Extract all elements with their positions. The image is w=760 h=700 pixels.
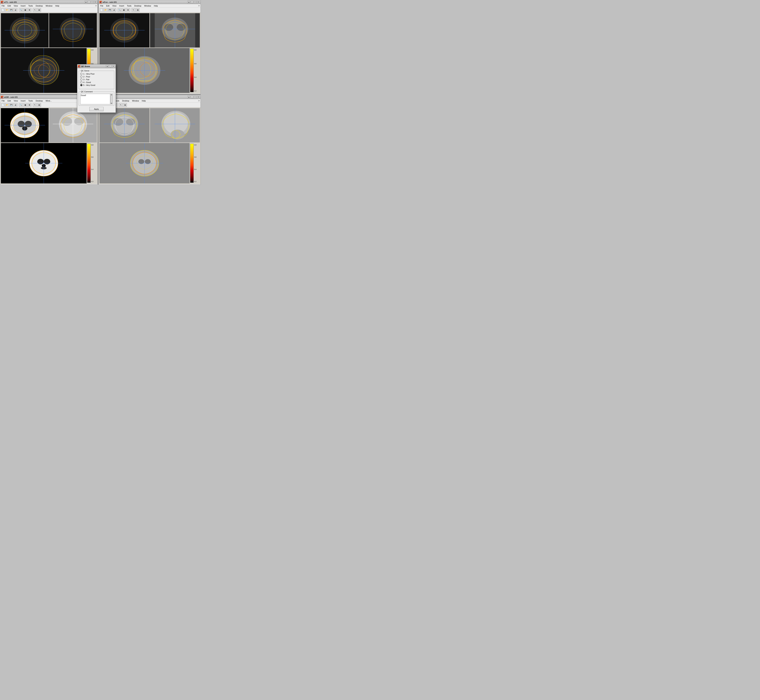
- menu-tools-wgm[interactable]: Tools: [28, 100, 34, 102]
- qc-label-2: 2 - Poor: [83, 76, 90, 78]
- qc-minimize-btn[interactable]: _: [109, 65, 112, 67]
- tb-open-wgm[interactable]: 📂: [5, 103, 9, 107]
- menu-insert-wfun[interactable]: Insert: [119, 5, 125, 7]
- qc-option-3[interactable]: 3 - Fair: [80, 78, 113, 81]
- menu-insert-wgm[interactable]: Insert: [20, 100, 26, 102]
- qc-comment-legend: QC Comment: [80, 91, 93, 93]
- tb-cursor-wfun[interactable]: ↖: [132, 8, 135, 12]
- window-up-btn-wfun[interactable]: ▲: [188, 1, 190, 3]
- tb-cursor-wgm[interactable]: ↖: [33, 103, 37, 107]
- tb-new-wfun[interactable]: 📄: [99, 8, 103, 12]
- qc-close-btn[interactable]: ✕: [112, 65, 115, 67]
- brain-svg-wfun-coronal: [150, 13, 200, 47]
- menu-desktop-wfun[interactable]: Desktop: [134, 5, 142, 7]
- qc-scroll-down[interactable]: ▼: [111, 103, 113, 104]
- menu-help-wt1[interactable]: Help: [55, 5, 60, 7]
- window-maximize-btn-wfun[interactable]: □: [194, 1, 197, 3]
- window-controls-mni[interactable]: ▲ _ □ ✕: [188, 96, 200, 98]
- tb-panel-wfun[interactable]: ▤: [136, 8, 139, 12]
- tb-grid2-wfun[interactable]: ⊞: [126, 8, 130, 12]
- menu-desktop-mni[interactable]: Desktop: [121, 100, 130, 102]
- matlab-logo-icon-qc: [78, 65, 80, 67]
- brain-panel-wt1-sagittal: [1, 48, 87, 93]
- menu-tools-wfun[interactable]: Tools: [126, 5, 132, 7]
- menu-edit-wt1[interactable]: Edit: [7, 5, 12, 7]
- menu-window-wt1[interactable]: Window: [45, 5, 53, 7]
- tb-print-wt1[interactable]: 🖨: [14, 8, 17, 12]
- window-close-btn-mni[interactable]: ✕: [197, 96, 200, 98]
- tb-open-wfun[interactable]: 📂: [104, 8, 108, 12]
- window-maximize-btn-mni[interactable]: □: [194, 96, 197, 98]
- qc-option-1[interactable]: 1 - Very Poor: [80, 73, 113, 75]
- qc-apply-button[interactable]: Apply: [89, 107, 103, 111]
- qc-up-btn[interactable]: ▲: [106, 65, 109, 67]
- qc-option-2[interactable]: 2 - Poor: [80, 76, 113, 78]
- brain-panel-wfun-axial: [99, 13, 149, 47]
- tb-print-wfun[interactable]: 🖨: [112, 8, 116, 12]
- qc-dialog-body: QC Sorce 1 - Very Poor 2 - Poor 3 - Fair: [77, 68, 116, 112]
- window-minimize-btn[interactable]: _: [88, 1, 91, 3]
- menu-edit-wgm[interactable]: Edit: [7, 100, 12, 102]
- qc-dialog-controls[interactable]: ▲ _ ✕: [106, 65, 115, 67]
- qc-comment-textarea[interactable]: Good!: [80, 94, 110, 104]
- tb-grid2-wgm[interactable]: ⊞: [27, 103, 31, 107]
- tb-panel-mni[interactable]: ▤: [123, 103, 127, 107]
- tb-cursor-wt1[interactable]: ↖: [33, 8, 37, 12]
- menubar-wfun: File Edit View Insert Tools Desktop Wind…: [99, 4, 201, 8]
- qc-option-5[interactable]: 5 - Very Good: [80, 84, 113, 86]
- window-minimize-btn-mni[interactable]: _: [191, 96, 193, 98]
- tb-save-wt1[interactable]: 💾: [9, 8, 13, 12]
- brain-panel-wgm-sagittal: [49, 108, 97, 142]
- menu-view-wfun[interactable]: View: [111, 5, 117, 7]
- menu-help-wfun[interactable]: Help: [153, 5, 158, 7]
- window-close-btn-wfun[interactable]: ✕: [197, 1, 200, 3]
- menu-window-wgm[interactable]: Wind...: [45, 100, 52, 102]
- tb-panel-wgm[interactable]: ▤: [37, 103, 41, 107]
- menu-window-wfun[interactable]: Window: [144, 5, 152, 7]
- window-controls-wt1[interactable]: ▲ _ □ ✕: [85, 1, 97, 3]
- window-up-btn-mni[interactable]: ▲: [188, 96, 190, 98]
- qc-option-4[interactable]: 4 - Good: [80, 81, 113, 83]
- qc-label-1: 1 - Very Poor: [83, 73, 94, 75]
- tb-grid2-wt1[interactable]: ⊞: [27, 8, 31, 12]
- tb-print-wgm[interactable]: 🖨: [14, 103, 17, 107]
- qc-radio-4: [80, 81, 82, 83]
- tb-cursor-mni[interactable]: ↖: [119, 103, 123, 107]
- menu-view-wt1[interactable]: View: [13, 5, 19, 7]
- colorbar-bar-mni: [190, 144, 194, 183]
- qc-radio-1: [80, 73, 82, 75]
- menu-help-mni[interactable]: Help: [141, 100, 146, 102]
- tb-zoom-wfun[interactable]: 🔍: [118, 8, 121, 12]
- qc-scrollbar[interactable]: ▲ ▼: [110, 94, 113, 104]
- brain-svg-wt1-coronal: [49, 13, 97, 47]
- menu-edit-wfun[interactable]: Edit: [105, 5, 110, 7]
- tb-new-wt1[interactable]: 📄: [1, 8, 5, 12]
- tb-zoom-wgm[interactable]: 🔍: [19, 103, 23, 107]
- tb-save-wgm[interactable]: 💾: [9, 103, 13, 107]
- tb-grid-wgm[interactable]: ▦: [23, 103, 27, 107]
- menu-file-wgm[interactable]: File: [1, 100, 5, 102]
- window-minimize-btn-wfun[interactable]: _: [191, 1, 193, 3]
- menu-file-wfun[interactable]: File: [99, 5, 104, 7]
- tb-zoom-wt1[interactable]: 🔍: [19, 8, 23, 12]
- menu-tools-wt1[interactable]: Tools: [28, 5, 34, 7]
- brain-svg-wt1-axial: [1, 13, 49, 47]
- menu-insert-wt1[interactable]: Insert: [20, 5, 26, 7]
- menu-window-mni[interactable]: Window: [131, 100, 139, 102]
- window-maximize-btn[interactable]: □: [91, 1, 94, 3]
- tb-panel-wt1[interactable]: ▤: [37, 8, 41, 12]
- qc-textarea-container: Good! ▲ ▼: [80, 94, 113, 104]
- tb-open-wt1[interactable]: 📂: [5, 8, 9, 12]
- tb-save-wfun[interactable]: 💾: [108, 8, 112, 12]
- tb-grid-wfun[interactable]: ▦: [122, 8, 126, 12]
- qc-scroll-up[interactable]: ▲: [111, 94, 113, 95]
- tb-grid-wt1[interactable]: ▦: [23, 8, 27, 12]
- menu-desktop-wgm[interactable]: Desktop: [35, 100, 44, 102]
- menu-desktop-wt1[interactable]: Desktop: [35, 5, 44, 7]
- window-up-btn[interactable]: ▲: [85, 1, 87, 3]
- menu-file-wt1[interactable]: File: [1, 5, 5, 7]
- window-controls-wfun[interactable]: ▲ _ □ ✕: [188, 1, 200, 3]
- tb-new-wgm[interactable]: 📄: [1, 103, 5, 107]
- menu-view-wgm[interactable]: View: [13, 100, 19, 102]
- window-close-btn[interactable]: ✕: [94, 1, 97, 3]
